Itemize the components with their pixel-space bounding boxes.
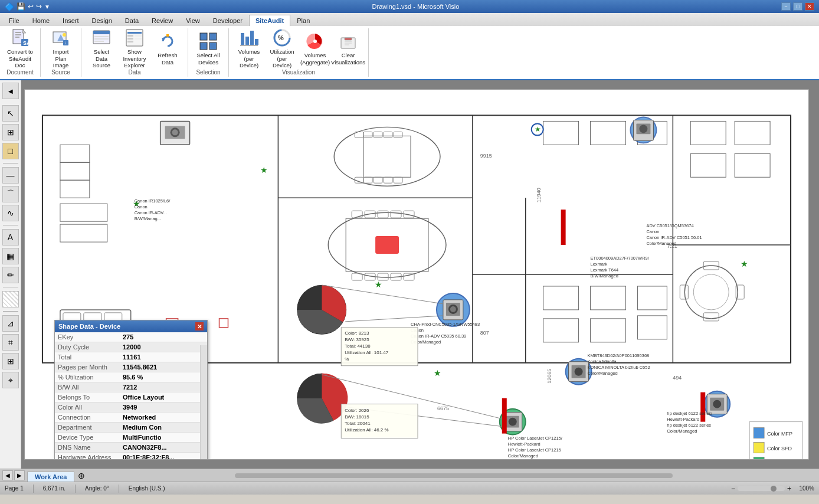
- canvas[interactable]: 11940 12065 9915 807 6675 494 7.21: [24, 89, 809, 460]
- shape-data-key: DNS Name: [55, 443, 120, 453]
- tool-pointer[interactable]: ↖: [2, 105, 19, 122]
- tool-shape[interactable]: □: [2, 143, 19, 159]
- svg-text:Canon IR-ADV C5051 56.01: Canon IR-ADV C5051 56.01: [646, 235, 702, 240]
- svg-point-108: [684, 266, 738, 319]
- tool-text[interactable]: A: [2, 229, 19, 246]
- tool-freeform[interactable]: ∿: [2, 205, 19, 221]
- tool-hatch[interactable]: [2, 291, 19, 307]
- main-area: ◀ ↖ ⊞ □ — ⌒ ∿ A ▦ ✏ ⊿ ⌗ ⊞ ⌖: [0, 80, 819, 469]
- svg-rect-16: [94, 41, 104, 42]
- svg-text:★: ★: [741, 259, 748, 269]
- tool-pencil[interactable]: ✏: [2, 267, 19, 283]
- svg-rect-107: [735, 153, 770, 177]
- svg-rect-84: [60, 162, 90, 180]
- shape-data-key: % Utilization: [55, 372, 120, 382]
- svg-point-109: [693, 274, 729, 310]
- tool-extra1[interactable]: ⊿: [2, 315, 19, 332]
- refresh-label: RefreshData: [158, 52, 177, 66]
- tab-developer[interactable]: Developer: [207, 15, 249, 26]
- tool-connector[interactable]: ⊞: [2, 124, 19, 140]
- shape-data-close[interactable]: ✕: [195, 322, 204, 330]
- tab-insert[interactable]: Insert: [56, 15, 86, 26]
- zoom-slider[interactable]: [738, 486, 785, 491]
- tab-review[interactable]: Review: [145, 15, 179, 26]
- qat-redo[interactable]: ↪: [36, 2, 42, 11]
- convert-icon: SA: [11, 28, 30, 47]
- clear-button[interactable]: ClearVisualizations: [333, 30, 363, 68]
- svg-rect-67: [374, 177, 382, 183]
- shape-data-key: Pages per Month: [55, 362, 120, 372]
- svg-rect-33: [255, 39, 258, 45]
- ribbon-group-selection: Select AllDevices Selection: [188, 28, 229, 77]
- svg-text:%: %: [278, 34, 284, 41]
- shape-data-key: Device Type: [55, 433, 120, 443]
- svg-rect-32: [250, 31, 254, 45]
- tool-extra3[interactable]: ⊞: [2, 353, 19, 369]
- zoom-thumb[interactable]: [771, 486, 777, 492]
- svg-rect-18: [127, 32, 142, 34]
- shape-data-scrollbar[interactable]: [200, 345, 207, 460]
- tool-stamp[interactable]: ▦: [2, 248, 19, 264]
- hscroll-thumb[interactable]: [235, 473, 673, 478]
- svg-rect-25: [166, 34, 169, 37]
- svg-rect-159: [700, 392, 705, 422]
- page-tab-workarea[interactable]: Work Area: [27, 472, 74, 482]
- volumes-aggregate-button[interactable]: Volumes(Aggregate): [300, 30, 330, 68]
- shape-data-value: MultiFunctio: [120, 433, 207, 443]
- shape-data-panel: Shape Data - Device ✕ EKey 275 Duty Cycl…: [54, 320, 208, 460]
- zoom-out-button[interactable]: −: [731, 485, 735, 493]
- tab-scroll-left[interactable]: ◀: [2, 470, 13, 480]
- tab-home[interactable]: Home: [26, 15, 56, 26]
- maximize-button[interactable]: □: [793, 2, 802, 11]
- svg-text:B/W/Manag...: B/W/Manag...: [135, 216, 161, 221]
- new-page-button[interactable]: ⊕: [74, 470, 89, 482]
- tool-arc[interactable]: ⌒: [2, 186, 19, 202]
- tool-line[interactable]: —: [2, 167, 19, 184]
- svg-text:Total: 44138: Total: 44138: [345, 343, 371, 349]
- svg-text:KONICA MINOLTA bizhub C652: KONICA MINOLTA bizhub C652: [588, 365, 650, 370]
- qat-save[interactable]: 💾: [17, 2, 25, 11]
- qat-undo[interactable]: ↩: [28, 2, 34, 11]
- drawing-area[interactable]: 11940 12065 9915 807 6675 494 7.21: [21, 80, 819, 469]
- select-all-button[interactable]: Select AllDevices: [193, 30, 224, 68]
- minimize-button[interactable]: −: [781, 2, 791, 11]
- svg-rect-61: [363, 132, 372, 138]
- svg-text:HP Color LaserJet CP1215: HP Color LaserJet CP1215: [508, 447, 561, 453]
- svg-rect-26: [200, 33, 207, 40]
- shape-data-row: Pages per Month 11545.8621: [55, 362, 207, 372]
- svg-rect-63: [384, 132, 392, 138]
- select-data-button[interactable]: Select DataSource: [86, 30, 117, 68]
- svg-text:11940: 11940: [536, 188, 542, 202]
- tab-data[interactable]: Data: [119, 15, 145, 26]
- hscroll-track[interactable]: [89, 469, 819, 482]
- select-all-label: Select AllDevices: [196, 52, 220, 66]
- svg-rect-14: [94, 36, 109, 37]
- show-inventory-button[interactable]: Show InventoryExplorer: [119, 30, 150, 68]
- collapse-panel-button[interactable]: ◀: [2, 83, 19, 99]
- convert-button[interactable]: SA Convert toSiteAudit Doc: [5, 30, 35, 68]
- svg-rect-21: [127, 41, 133, 42]
- svg-text:Lexmark: Lexmark: [591, 261, 608, 267]
- svg-rect-29: [209, 42, 217, 50]
- tool-extra4[interactable]: ⌖: [2, 372, 19, 388]
- close-button[interactable]: ✕: [805, 2, 814, 11]
- qat-dropdown[interactable]: ▼: [44, 4, 50, 10]
- tab-plan[interactable]: Plan: [290, 15, 316, 26]
- tab-siteaudit[interactable]: SiteAudit: [249, 15, 290, 26]
- import-button[interactable]: ↓ ImportPlan Image: [45, 30, 76, 68]
- svg-text:Color/Managed: Color/Managed: [508, 453, 538, 459]
- refresh-button[interactable]: RefreshData: [152, 30, 183, 68]
- zoom-in-button[interactable]: +: [787, 485, 791, 493]
- volumes-per-device-button[interactable]: Volumes(per Device): [234, 30, 264, 68]
- svg-text:9915: 9915: [480, 153, 492, 159]
- clear-label: ClearVisualizations: [331, 52, 365, 66]
- tab-file[interactable]: File: [2, 15, 26, 26]
- tab-scroll-right[interactable]: ▶: [14, 470, 25, 480]
- tab-view[interactable]: View: [179, 15, 207, 26]
- tab-design[interactable]: Design: [86, 15, 119, 26]
- bottom-tab-row: ◀ ▶ Work Area ⊕: [0, 469, 819, 482]
- svg-rect-210: [754, 428, 764, 438]
- svg-rect-69: [394, 177, 402, 183]
- tool-extra2[interactable]: ⌗: [2, 334, 19, 351]
- utilization-button[interactable]: % Utilization(per Device): [267, 30, 297, 68]
